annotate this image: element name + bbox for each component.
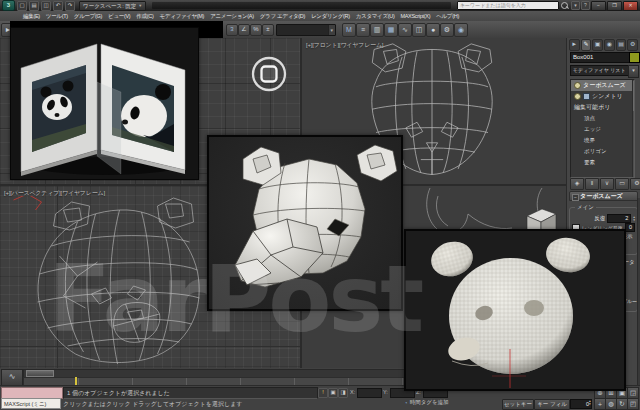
menu-customize[interactable]: カスタマイズ(U) (353, 13, 398, 20)
percent-snap-icon[interactable]: % (250, 24, 262, 36)
frame-spinner-icon[interactable]: ▴▾ (589, 400, 591, 406)
top-view-object-wireframe (247, 52, 291, 96)
chevron-down-icon: ▼ (328, 25, 335, 35)
undo-icon[interactable]: ↶ (53, 1, 63, 11)
modifier-stack[interactable]: ターボスムーズ シンメトリ 編集可能ポリ 頂点 エッジ 境界 ポリゴン 要素 (570, 79, 635, 178)
menu-edit[interactable]: 編集(E) (20, 13, 43, 20)
stack-row-border[interactable]: 境界 (571, 135, 634, 146)
stack-row-turbosmooth[interactable]: ターボスムーズ (571, 80, 634, 91)
smoothed-head-inset (404, 229, 626, 391)
selection-lock-icon[interactable]: ▣ (328, 388, 338, 398)
tab-modify-icon[interactable]: ✎ (581, 39, 592, 51)
menu-animation[interactable]: アニメーション(A) (207, 13, 257, 20)
reference-images-inset (10, 27, 199, 180)
turbosmooth-rollout-header[interactable]: − ターボスムーズ (569, 191, 638, 201)
open-icon[interactable]: ▤ (29, 1, 39, 11)
add-time-tag[interactable]: ◔ 時間タグを追加 (404, 399, 449, 406)
command-panel-tabs: ► ✎ ▣ ◉ ▤ ⚙ (567, 38, 640, 52)
spinner-snap-icon[interactable]: ± (262, 24, 274, 36)
stack-row-editable-poly[interactable]: 編集可能ポリ (571, 102, 634, 113)
modifier-list-dropdown[interactable]: モディファイヤ リスト (570, 65, 632, 76)
lightbulb-icon[interactable] (574, 82, 581, 89)
maxscript-listener-label[interactable]: MAXScript (ミニ) (1, 398, 61, 409)
isolate-icon[interactable]: ! (318, 388, 328, 398)
search-input[interactable]: キーワードまたは語句を入力 (457, 1, 559, 10)
menu-tools[interactable]: ツール(T) (43, 13, 71, 20)
menu-help[interactable]: ヘルプ(H) (433, 13, 462, 20)
redo-icon[interactable]: ↷ (65, 1, 75, 11)
search-icon[interactable] (561, 2, 568, 9)
stack-buttons: ◈ ‖ ∨ ▭ ⚙ (570, 178, 640, 190)
maximize-button[interactable]: ❐ (607, 1, 622, 11)
menu-group[interactable]: グループ(G) (71, 13, 105, 20)
schematic-view-icon[interactable]: ◫ (412, 23, 426, 37)
collapse-icon: − (572, 194, 579, 201)
reference-book-render (11, 28, 198, 179)
stack-row-edge[interactable]: エッジ (571, 124, 634, 135)
absolute-mode-icon[interactable]: ◨ (338, 388, 348, 398)
render-iters-field[interactable]: 0 (625, 223, 635, 232)
spinner-icon[interactable]: ▴▾ (633, 216, 635, 222)
material-editor-icon[interactable]: ● (426, 23, 440, 37)
stack-row-element[interactable]: 要素 (571, 157, 634, 168)
workspace-selector[interactable]: ワークスペース: 既定 ▼ (79, 1, 146, 11)
menu-modifiers[interactable]: モディファイヤ(M) (157, 13, 208, 20)
time-slider-handle[interactable] (26, 370, 54, 377)
curve-editor-icon[interactable]: ∿ (398, 23, 412, 37)
iterations-field[interactable]: 2 (607, 214, 631, 223)
pin-stack-icon[interactable]: ◈ (570, 178, 584, 190)
object-name-field[interactable]: Box001 (570, 52, 630, 63)
close-button[interactable]: ✕ (623, 1, 638, 11)
minimize-button[interactable]: − (591, 1, 606, 11)
window-title-area (152, 2, 451, 9)
new-icon[interactable]: ▢ (17, 1, 27, 11)
x-coord-field[interactable] (357, 388, 382, 398)
menu-create[interactable]: 作成(C) (133, 13, 156, 20)
lowpoly-head-inset (207, 135, 403, 311)
app-menu-button[interactable]: 3 (2, 0, 15, 11)
tab-hierarchy-icon[interactable]: ▣ (592, 39, 603, 51)
show-end-result-icon[interactable]: ‖ (585, 178, 599, 190)
mirror-icon[interactable]: M (342, 23, 356, 37)
menu-views[interactable]: ビュー(V) (105, 13, 133, 20)
mini-curve-editor-button[interactable]: ∿ (1, 369, 23, 386)
menu-graph-editors[interactable]: グラフ エディタ(D) (257, 13, 308, 20)
app-icon: 3 (7, 2, 10, 8)
make-unique-icon[interactable]: ∨ (600, 178, 614, 190)
workspace-label: ワークスペース: 既定 (83, 2, 136, 10)
communication-center-icon[interactable]: ▾ (571, 1, 580, 10)
object-color-swatch[interactable] (629, 52, 640, 63)
tab-motion-icon[interactable]: ◉ (604, 39, 615, 51)
menu-maxscript[interactable]: MAXScript(X) (397, 13, 433, 19)
chevron-down-icon[interactable]: ▼ (628, 65, 639, 78)
angle-snap-icon[interactable]: ∠ (238, 24, 250, 36)
x-coord-label: X: (350, 389, 355, 395)
layer-manager-icon[interactable]: ▥ (370, 23, 384, 37)
render-setup-icon[interactable]: ⚙ (440, 23, 454, 37)
stack-row-vertex[interactable]: 頂点 (571, 113, 634, 124)
lightbulb-icon[interactable] (574, 93, 581, 100)
tab-create-icon[interactable]: ► (569, 39, 580, 51)
maximize-viewport-icon[interactable]: ◰ (627, 398, 639, 410)
stack-scrollbar[interactable] (632, 80, 635, 177)
tab-display-icon[interactable]: ▤ (616, 39, 627, 51)
align-icon[interactable]: ≡ (356, 23, 370, 37)
graphite-ribbon-icon[interactable]: ▦ (384, 23, 398, 37)
stack-row-polygon[interactable]: ポリゴン (571, 146, 634, 157)
snap-toggle-icon[interactable]: 3 (226, 24, 238, 36)
prompt-line: クリックまたはクリック ドラッグしてオブジェクトを選択します (63, 399, 242, 409)
selection-status: 1 個のオブジェクトが選択されました (63, 387, 318, 399)
configure-stack-icon[interactable]: ⚙ (630, 178, 640, 190)
help-icon[interactable]: ? (581, 1, 590, 10)
render-icon[interactable]: ◉ (454, 23, 468, 37)
key-filters-button[interactable]: キー フィルタ... (534, 399, 570, 410)
menu-rendering[interactable]: レンダリング(R) (308, 13, 353, 20)
tab-utilities-icon[interactable]: ⚙ (627, 39, 638, 51)
stack-row-symmetry[interactable]: シンメトリ (571, 91, 634, 102)
symmetry-icon (583, 93, 590, 100)
remove-modifier-icon[interactable]: ▭ (615, 178, 629, 190)
named-selection-dropdown[interactable]: ▼ (276, 24, 336, 36)
set-key-button[interactable]: セットキー (502, 399, 534, 410)
3dsmax-window: 3 ▢ ▤ ◫ ↶ ↷ ワークスペース: 既定 ▼ キーワードまたは語句を入力 … (0, 0, 640, 410)
save-icon[interactable]: ◫ (41, 1, 51, 11)
